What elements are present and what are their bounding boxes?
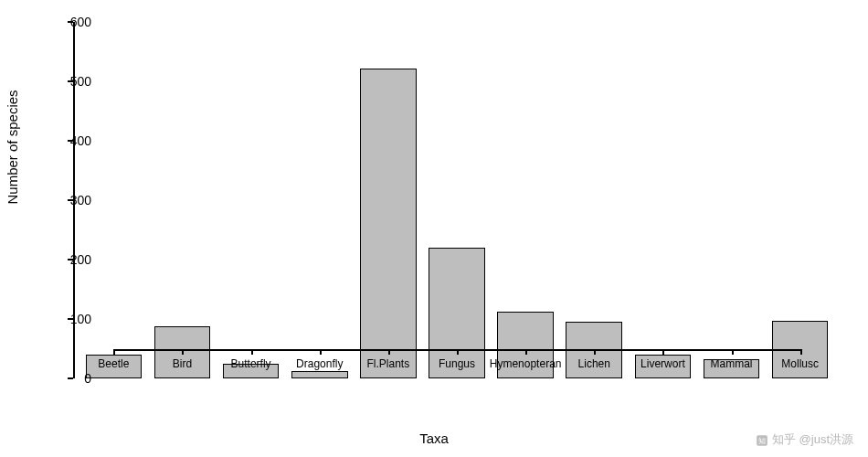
- bar: [291, 371, 348, 378]
- x-tick-label: Mammal: [711, 357, 753, 370]
- y-axis-label: Number of species: [5, 90, 20, 204]
- bar: [360, 69, 417, 378]
- y-tick-label: 500: [55, 74, 91, 89]
- x-tick-label: Bird: [173, 357, 192, 370]
- watermark-prefix: 知乎: [772, 432, 796, 446]
- y-tick-label: 100: [55, 312, 91, 326]
- x-tick: [800, 349, 802, 355]
- x-tick-label: Lichen: [578, 357, 610, 370]
- x-tick-label: Dragonfly: [296, 357, 343, 370]
- x-tick-label: Beetle: [98, 357, 129, 370]
- y-tick-label: 300: [55, 193, 91, 207]
- plot-area: BeetleBirdButterflyDragonflyFl.PlantsFun…: [73, 18, 841, 375]
- x-tick-label: Fungus: [439, 357, 475, 370]
- x-tick-label: Butterfly: [231, 357, 271, 370]
- svg-text:知: 知: [758, 436, 766, 444]
- y-tick-label: 400: [55, 133, 91, 148]
- watermark-text: @just洪源: [799, 432, 853, 446]
- zhihu-icon: 知: [756, 434, 768, 447]
- y-tick-label: 200: [55, 252, 91, 267]
- x-tick-label: Liverwort: [640, 357, 685, 370]
- x-axis-label: Taxa: [419, 430, 449, 446]
- chart-container: BeetleBirdButterflyDragonflyFl.PlantsFun…: [73, 18, 841, 402]
- watermark: 知知乎 @just洪源: [756, 431, 853, 448]
- x-axis-line: [113, 349, 799, 351]
- x-tick-label: Fl.Plants: [367, 357, 410, 370]
- y-tick-label: 0: [55, 371, 91, 386]
- x-tick-label: Hymenopteran: [490, 357, 562, 370]
- x-tick-label: Mollusc: [781, 357, 819, 370]
- y-tick-label: 600: [55, 15, 91, 29]
